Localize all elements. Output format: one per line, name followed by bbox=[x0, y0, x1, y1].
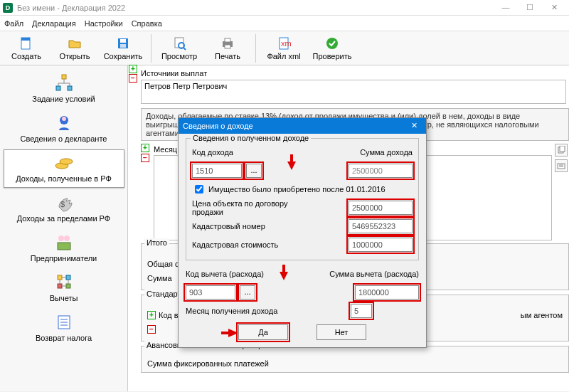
property-after-2016-checkbox[interactable] bbox=[195, 185, 203, 194]
month-repeat-button[interactable] bbox=[555, 159, 568, 172]
sidebar-entrepreneur[interactable]: Предприниматели bbox=[4, 229, 124, 267]
svg-rect-4 bbox=[120, 44, 126, 48]
month-remove-button[interactable]: − bbox=[141, 154, 149, 162]
foreigner-group: Авансовые платежи иностранца Сумма фикси… bbox=[141, 346, 569, 373]
sale-price-label: Цена объекта по договору продажи bbox=[192, 199, 299, 216]
svg-rect-24 bbox=[58, 243, 70, 250]
source-remove-button[interactable]: − bbox=[129, 74, 137, 83]
menu-declaration[interactable]: Декларация bbox=[32, 19, 76, 28]
menu-help[interactable]: Справка bbox=[132, 19, 162, 28]
source-row[interactable]: Петров Петр Петрович bbox=[142, 80, 565, 92]
minimize-button[interactable]: — bbox=[494, 1, 518, 15]
property-after-2016-label: Имущество было приобретено после 01.01.2… bbox=[208, 185, 385, 194]
month-copy-button[interactable] bbox=[555, 144, 568, 157]
income-amount-input[interactable] bbox=[349, 164, 413, 178]
std-remove-button[interactable]: − bbox=[147, 325, 156, 334]
svg-rect-16 bbox=[68, 86, 72, 90]
dialog-title: Сведения о доходе bbox=[183, 122, 406, 130]
income-code-lookup-button[interactable]: ... bbox=[246, 164, 262, 178]
app-icon: D bbox=[3, 3, 13, 13]
svg-rect-25 bbox=[58, 275, 62, 280]
dialog-cancel-button[interactable]: Нет bbox=[317, 324, 366, 340]
sale-price-input[interactable] bbox=[349, 201, 413, 215]
income-code-label: Код дохода bbox=[192, 148, 284, 157]
svg-text:xml: xml bbox=[281, 39, 291, 48]
std-agent-suffix: ым агентом bbox=[521, 311, 563, 319]
std-add-button[interactable]: + bbox=[147, 311, 156, 319]
svg-point-20 bbox=[60, 159, 73, 164]
menu-settings[interactable]: Настройки bbox=[85, 19, 123, 28]
svg-rect-26 bbox=[66, 275, 70, 280]
svg-point-18 bbox=[62, 117, 66, 121]
window-title: Без имени - Декларация 2022 bbox=[17, 4, 494, 12]
toolbar-create[interactable]: Создать bbox=[4, 33, 48, 64]
deduction-code-label: Код вычета (расхода) bbox=[186, 270, 278, 278]
svg-rect-27 bbox=[58, 284, 62, 288]
cadastral-number-input[interactable] bbox=[349, 219, 413, 233]
toolbar-check[interactable]: Проверить bbox=[310, 33, 354, 64]
toolbar-print[interactable]: Печать bbox=[206, 33, 250, 64]
income-month-input[interactable] bbox=[351, 304, 372, 318]
svg-point-22 bbox=[58, 235, 64, 241]
toolbar-xml[interactable]: xmlФайл xml bbox=[262, 33, 306, 64]
cadastral-number-label: Кадастровый номер bbox=[192, 222, 299, 231]
income-amount-label: Сумма дохода bbox=[360, 148, 413, 157]
sidebar-income-abroad[interactable]: $Доходы за пределами РФ bbox=[4, 189, 124, 228]
svg-rect-34 bbox=[560, 146, 565, 152]
svg-rect-10 bbox=[225, 45, 230, 48]
month-add-button[interactable]: + bbox=[141, 144, 149, 152]
deduction-code-lookup-button[interactable]: ... bbox=[240, 285, 255, 300]
svg-rect-3 bbox=[120, 39, 126, 43]
sources-header: Источники выплат bbox=[141, 69, 566, 78]
sidebar-deductions[interactable]: Вычеты bbox=[4, 269, 124, 307]
dialog-ok-button[interactable]: Да bbox=[238, 324, 288, 340]
sidebar-declarant[interactable]: Сведения о декларанте bbox=[4, 110, 124, 148]
cadastral-value-label: Кадастровая стоимость bbox=[192, 240, 299, 249]
svg-point-13 bbox=[326, 38, 338, 49]
svg-text:$: $ bbox=[60, 200, 65, 208]
dialog-group-legend: Сведения о полученном доходе bbox=[191, 134, 311, 142]
cadastral-value-input[interactable] bbox=[349, 238, 413, 252]
toolbar-save[interactable]: Сохранить bbox=[101, 33, 145, 64]
svg-rect-14 bbox=[62, 75, 66, 79]
foreigner-sum-label: Сумма фиксированных платежей bbox=[147, 359, 269, 368]
sources-list[interactable]: Петров Петр Петрович bbox=[141, 80, 566, 104]
menu-file[interactable]: Файл bbox=[4, 19, 23, 28]
svg-rect-28 bbox=[66, 284, 70, 288]
svg-rect-1 bbox=[21, 38, 30, 41]
sidebar-conditions[interactable]: Задание условий bbox=[4, 70, 124, 108]
svg-rect-15 bbox=[56, 86, 60, 90]
maximize-button[interactable]: ☐ bbox=[518, 1, 542, 15]
svg-line-7 bbox=[184, 48, 186, 50]
sidebar-tax-return[interactable]: Возврат налога bbox=[4, 309, 124, 347]
svg-rect-9 bbox=[225, 38, 230, 42]
toolbar-view[interactable]: Просмотр bbox=[157, 33, 201, 64]
deduction-code-input[interactable] bbox=[186, 285, 235, 300]
dialog-close-button[interactable]: ✕ bbox=[406, 119, 422, 133]
source-add-button[interactable]: + bbox=[129, 65, 137, 73]
sidebar-income-rf[interactable]: Доходы, полученные в РФ bbox=[4, 149, 124, 188]
income-month-label: Месяц получения дохода bbox=[186, 307, 292, 315]
toolbar-open[interactable]: Открыть bbox=[53, 33, 97, 64]
deduction-sum-label: Сумма вычета (расхода) bbox=[329, 270, 419, 278]
svg-point-23 bbox=[64, 235, 70, 241]
income-code-input[interactable] bbox=[192, 164, 242, 178]
deduction-sum-input[interactable] bbox=[355, 285, 419, 300]
income-info-dialog: Сведения о доходе ✕ Сведения о полученно… bbox=[178, 117, 427, 348]
close-button[interactable]: ✕ bbox=[542, 1, 566, 15]
